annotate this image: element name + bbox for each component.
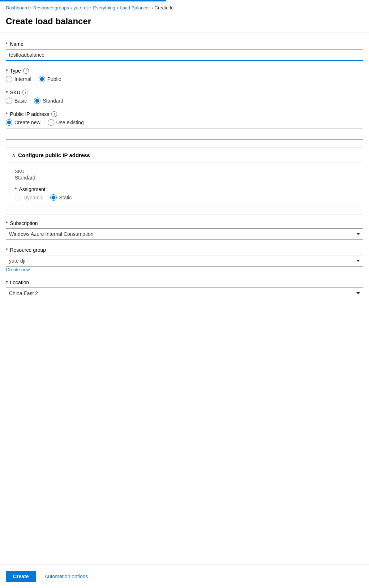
type-required-star: * <box>6 68 8 74</box>
footer: Create Automation options <box>0 565 369 588</box>
subscription-select[interactable]: Windows Azure Internal Consumption <box>6 228 363 240</box>
breadcrumb-dashboard[interactable]: Dashboard <box>6 5 29 10</box>
assignment-dynamic-option[interactable]: Dynamic <box>15 194 43 201</box>
breadcrumb-sep-4: › <box>117 5 118 10</box>
assignment-static-option[interactable]: Static <box>50 194 72 201</box>
configure-sku-value: Standard <box>15 175 354 181</box>
sku-standard-label[interactable]: Standard <box>43 98 63 104</box>
resource-group-create-new-link[interactable]: Create new <box>6 267 30 272</box>
form-content: * Name * Type i Internal Public * SKU i <box>0 33 369 344</box>
assignment-required-star: * <box>15 186 17 192</box>
configure-sku-display: SKU Standard <box>15 169 354 181</box>
breadcrumb-sep-3: › <box>90 5 91 10</box>
section-divider <box>6 214 363 215</box>
type-internal-option[interactable]: Internal <box>6 76 31 82</box>
sku-basic-option[interactable]: Basic <box>6 98 27 104</box>
public-ip-info-icon[interactable]: i <box>51 111 57 117</box>
public-ip-use-existing-option[interactable]: Use existing <box>48 119 84 126</box>
public-ip-label: * Public IP address i <box>6 111 363 117</box>
breadcrumb-sep-1: › <box>30 5 32 10</box>
breadcrumb-resource-groups[interactable]: Resource groups <box>33 5 69 10</box>
type-public-radio[interactable] <box>39 76 45 82</box>
public-ip-name-input[interactable] <box>6 129 363 140</box>
breadcrumb-current: Create lo <box>155 5 174 10</box>
public-ip-create-new-radio[interactable] <box>6 119 12 126</box>
subscription-label: * Subscription <box>6 220 363 226</box>
assignment-radio-group: Dynamic Static <box>15 194 354 201</box>
location-label-text: Location <box>10 280 29 285</box>
breadcrumb-sep-5: › <box>151 5 153 10</box>
page-title: Create load balancer <box>0 13 369 33</box>
public-ip-use-existing-label[interactable]: Use existing <box>56 120 84 125</box>
public-ip-use-existing-radio[interactable] <box>48 119 54 126</box>
assignment-label-text: Assignment <box>19 186 45 192</box>
assignment-group: * Assignment Dynamic Static <box>15 186 354 201</box>
type-public-option[interactable]: Public <box>39 76 61 82</box>
location-field-group: * Location China East 2 <box>6 280 363 299</box>
subscription-required-star: * <box>6 220 8 226</box>
subscription-label-text: Subscription <box>10 220 38 226</box>
breadcrumb-load-balancer[interactable]: Load Balancer <box>120 5 150 10</box>
sku-basic-radio[interactable] <box>6 98 12 104</box>
resource-group-label-text: Resource group <box>10 247 46 253</box>
configure-public-ip-section: ∧ Configure public IP address SKU Standa… <box>6 147 363 207</box>
resource-group-select[interactable]: yute-dji <box>6 255 363 267</box>
public-ip-create-new-option[interactable]: Create new <box>6 119 40 126</box>
sku-radio-group: Basic Standard <box>6 98 363 104</box>
assignment-static-label[interactable]: Static <box>59 195 72 200</box>
name-input[interactable] <box>6 49 363 61</box>
create-button[interactable]: Create <box>6 571 36 582</box>
public-ip-required-star: * <box>6 111 8 117</box>
assignment-label: * Assignment <box>15 186 354 192</box>
public-ip-radio-group: Create new Use existing <box>6 119 363 126</box>
resource-group-label: * Resource group <box>6 247 363 253</box>
automation-options-button[interactable]: Automation options <box>43 571 90 582</box>
name-label: * Name <box>6 41 363 47</box>
sku-label-text: SKU <box>10 90 20 95</box>
type-internal-label[interactable]: Internal <box>14 76 31 82</box>
name-field-group: * Name <box>6 41 363 61</box>
chevron-up-icon: ∧ <box>12 153 15 158</box>
public-ip-field-group: * Public IP address i Create new Use exi… <box>6 111 363 140</box>
type-field-group: * Type i Internal Public <box>6 68 363 82</box>
sku-label: * SKU i <box>6 90 363 95</box>
breadcrumb-yute-dji[interactable]: yute-dji <box>73 5 89 10</box>
sku-field-group: * SKU i Basic Standard <box>6 90 363 104</box>
configure-header[interactable]: ∧ Configure public IP address <box>6 148 363 163</box>
breadcrumb-sep-2: › <box>70 5 72 10</box>
public-ip-create-new-label[interactable]: Create new <box>14 120 40 125</box>
sku-standard-radio[interactable] <box>34 98 40 104</box>
location-required-star: * <box>6 280 8 285</box>
assignment-static-radio[interactable] <box>50 194 57 201</box>
assignment-dynamic-label[interactable]: Dynamic <box>23 195 43 200</box>
configure-header-title: Configure public IP address <box>18 152 90 158</box>
name-label-text: Name <box>10 41 23 47</box>
sku-required-star: * <box>6 90 8 95</box>
location-label: * Location <box>6 280 363 285</box>
sku-basic-label[interactable]: Basic <box>14 98 27 104</box>
type-internal-radio[interactable] <box>6 76 12 82</box>
configure-sku-label: SKU <box>15 169 354 174</box>
type-label: * Type i <box>6 68 363 74</box>
type-label-text: Type <box>10 68 21 74</box>
breadcrumb: Dashboard › Resource groups › yute-dji ›… <box>0 1 369 13</box>
assignment-dynamic-radio[interactable] <box>15 194 21 201</box>
name-required-star: * <box>6 41 8 47</box>
type-public-label[interactable]: Public <box>47 76 61 82</box>
resource-group-field-group: * Resource group yute-dji Create new <box>6 247 363 272</box>
resource-group-required-star: * <box>6 247 8 253</box>
subscription-field-group: * Subscription Windows Azure Internal Co… <box>6 220 363 240</box>
location-select[interactable]: China East 2 <box>6 287 363 299</box>
configure-body: SKU Standard * Assignment Dynamic Static <box>6 163 363 207</box>
sku-info-icon[interactable]: i <box>22 90 28 95</box>
breadcrumb-everything[interactable]: Everything <box>93 5 115 10</box>
sku-standard-option[interactable]: Standard <box>34 98 63 104</box>
public-ip-label-text: Public IP address <box>10 111 49 117</box>
type-info-icon[interactable]: i <box>23 68 29 74</box>
type-radio-group: Internal Public <box>6 76 363 82</box>
